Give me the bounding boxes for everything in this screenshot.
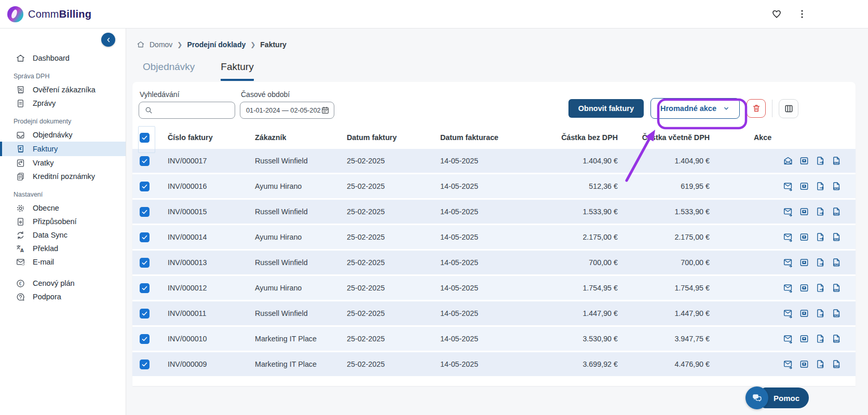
table-row[interactable]: INV/000012 Ayumu Hirano 25-02-2025 14-05… [132,276,856,300]
send-email-icon[interactable] [783,283,793,293]
view-invoice-icon[interactable] [799,232,809,242]
sidebar-item-data-sync[interactable]: Data Sync [0,228,126,242]
table-row[interactable]: INV/000011 Russell Winfield 25-02-2025 1… [132,301,856,325]
sidebar-item-email[interactable]: E-mail [0,255,126,269]
view-invoice-icon[interactable] [799,308,809,319]
help-button[interactable]: Pomoc [745,386,809,409]
refresh-invoices-button[interactable]: Obnovit faktury [568,99,644,118]
table-row[interactable]: INV/000017 Russell Winfield 25-02-2025 1… [132,149,856,173]
customer-name: Marketing IT Place [246,335,337,343]
column-header-castka-bez-dph[interactable]: Částka bez DPH [524,133,618,142]
invoice-date: 25-02-2025 [337,208,431,216]
export-document-icon[interactable] [815,257,825,268]
sidebar-collapse-button[interactable] [101,33,115,47]
sidebar-item-vratky[interactable]: Vratky [0,156,126,170]
send-email-icon[interactable] [783,181,793,191]
send-email-icon[interactable] [783,156,793,166]
table-row[interactable]: INV/000014 Ayumu Hirano 25-02-2025 14-05… [132,225,856,249]
download-xml-icon[interactable] [831,206,842,217]
view-invoice-icon[interactable] [799,206,809,217]
download-xml-icon[interactable] [831,308,842,319]
sidebar-item-podpora[interactable]: Podpora [0,290,126,303]
sidebar-item-overeni-zakaznika[interactable]: Ověření zákazníka [0,83,126,96]
tab-objednavky[interactable]: Objednávky [143,61,195,81]
sidebar-item-objednavky[interactable]: Objednávky [0,128,126,142]
row-checkbox[interactable] [140,359,150,369]
send-email-icon[interactable] [783,359,793,369]
breadcrumb-domov[interactable]: Domov [150,40,172,49]
send-email-icon[interactable] [783,232,793,242]
sidebar-item-kreditni-poznamky[interactable]: Kreditní poznámky [0,170,126,183]
sidebar-item-dashboard[interactable]: Dashboard [0,51,126,65]
download-xml-icon[interactable] [831,283,842,293]
row-checkbox[interactable] [140,309,150,319]
table-row[interactable]: INV/000015 Russell Winfield 25-02-2025 1… [132,200,856,224]
table-row[interactable]: INV/000009 Marketing IT Place 25-02-2025… [132,352,856,376]
export-document-icon[interactable] [815,232,825,242]
row-checkbox[interactable] [140,182,150,191]
column-header-zakaznik[interactable]: Zákazník [246,133,337,142]
help-label[interactable]: Pomoc [762,388,809,408]
download-xml-icon[interactable] [831,156,842,166]
amount-net: 3.530,90 € [524,335,618,343]
view-invoice-icon[interactable] [799,283,809,293]
export-document-icon[interactable] [815,359,825,369]
row-checkbox[interactable] [140,334,150,344]
row-checkbox[interactable] [140,156,150,166]
favorites-heart-icon[interactable] [771,8,782,20]
view-invoice-icon[interactable] [799,359,809,369]
date-range-picker[interactable]: 01-01-2024 — 02-05-202 [240,102,334,119]
download-xml-icon[interactable] [831,359,842,369]
send-email-icon[interactable] [783,334,793,344]
export-document-icon[interactable] [815,308,825,319]
send-email-icon[interactable] [783,206,793,217]
sidebar-item-prizpusobeni[interactable]: Přizpůsobení [0,215,126,228]
row-checkbox[interactable] [140,258,150,268]
export-document-icon[interactable] [815,334,825,344]
row-checkbox[interactable] [140,207,150,217]
billing-date: 14-05-2025 [431,258,524,267]
tab-faktury[interactable]: Faktury [221,61,253,81]
sidebar-item-zpravy[interactable]: Zprávy [0,96,126,110]
column-header-datum-faktury[interactable]: Datum faktury [337,133,431,142]
sidebar-item-obecne[interactable]: Obecne [0,201,126,215]
send-email-icon[interactable] [783,308,793,319]
amount-gross: 4.476,90 € [618,360,710,368]
breadcrumb-prodejni-doklady[interactable]: Prodejní doklady [187,40,246,49]
download-xml-icon[interactable] [831,334,842,344]
sidebar-section-sprava-dph: Správa DPH [0,65,126,83]
table-row[interactable]: INV/000013 Russell Winfield 25-02-2025 1… [132,251,856,274]
invoice-date: 25-02-2025 [337,182,431,190]
download-xml-icon[interactable] [831,181,842,191]
bulk-actions-button[interactable]: Hromadné akce [650,98,740,119]
view-invoice-icon[interactable] [799,156,809,166]
amount-gross: 2.175,00 € [618,233,710,241]
download-xml-icon[interactable] [831,257,842,268]
download-xml-icon[interactable] [831,232,842,242]
sidebar-item-faktury[interactable]: Faktury [0,142,126,156]
column-header-castka-vcetne-dph[interactable]: Částka včetně DPH [618,133,710,142]
sidebar-item-preklad[interactable]: Překlad [0,242,126,255]
column-settings-button[interactable] [779,99,798,118]
export-document-icon[interactable] [815,156,825,166]
table-row[interactable]: INV/000016 Ayumu Hirano 25-02-2025 14-05… [132,174,856,198]
select-all-checkbox[interactable] [140,133,150,143]
export-document-icon[interactable] [815,206,825,217]
sidebar-item-cenovy-plan[interactable]: Cenový plán [0,276,126,290]
more-options-kebab-icon[interactable] [796,8,808,20]
chat-icon[interactable] [745,386,768,409]
table-row[interactable]: INV/000010 Marketing IT Place 25-02-2025… [132,327,856,351]
column-header-cislo-faktury[interactable]: Číslo faktury [158,133,246,142]
row-checkbox[interactable] [140,283,150,293]
delete-selected-button[interactable] [747,99,766,118]
view-invoice-icon[interactable] [799,257,809,268]
column-header-datum-fakturace[interactable]: Datum fakturace [431,133,524,142]
export-document-icon[interactable] [815,181,825,191]
send-email-icon[interactable] [783,257,793,268]
export-document-icon[interactable] [815,283,825,293]
brand[interactable]: CommBilling [7,6,91,22]
breadcrumb-home-icon[interactable] [137,40,145,49]
row-checkbox[interactable] [140,232,150,242]
view-invoice-icon[interactable] [799,334,809,344]
view-invoice-icon[interactable] [799,181,809,191]
